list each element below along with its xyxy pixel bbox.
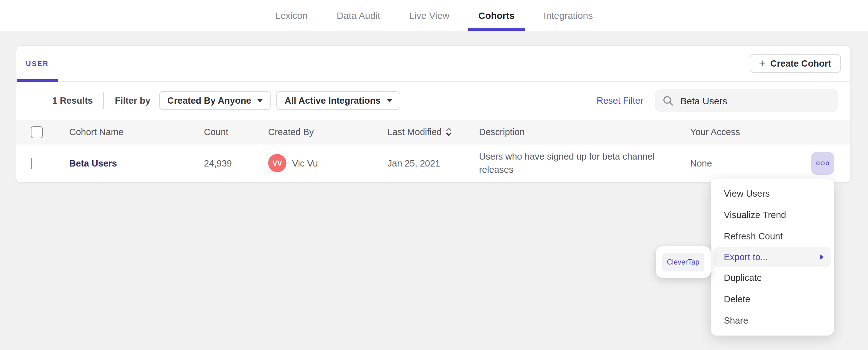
dot-icon: [816, 162, 820, 165]
cohort-name-link[interactable]: Beta Users: [69, 159, 117, 168]
created-by-dropdown-value: Created By Anyone: [167, 96, 251, 106]
panel-tab-bar: USER + Create Cohort: [17, 45, 850, 81]
export-submenu: CleverTap: [656, 246, 711, 277]
dot-icon: [826, 162, 829, 165]
integrations-dropdown-value: All Active Integrations: [284, 96, 380, 106]
cohort-description: Users who have signed up for beta channe…: [479, 150, 690, 176]
last-modified-label: Last Modified: [388, 127, 442, 137]
your-access-value: None: [690, 159, 712, 168]
column-cohort-name[interactable]: Cohort Name: [69, 127, 204, 137]
divider: [103, 92, 104, 109]
menu-item-share[interactable]: Share: [710, 310, 834, 331]
dot-icon: [821, 162, 825, 165]
menu-item-visualize-trend[interactable]: Visualize Trend: [710, 204, 834, 225]
tab-integrations[interactable]: Integrations: [544, 0, 593, 31]
submenu-item-clevertap[interactable]: CleverTap: [662, 252, 704, 271]
table-header: Cohort Name Count Created By Last Modifi…: [17, 120, 850, 144]
created-by-cell: VV Vic Vu: [268, 154, 388, 173]
created-by-name: Vic Vu: [292, 159, 318, 168]
created-by-dropdown[interactable]: Created By Anyone: [159, 91, 271, 110]
column-your-access[interactable]: Your Access: [690, 127, 850, 137]
cohort-count: 24,939: [204, 159, 268, 168]
search-input[interactable]: [679, 95, 831, 106]
row-actions-menu: View Users Visualize Trend Refresh Count…: [710, 178, 834, 335]
tab-lexicon[interactable]: Lexicon: [275, 0, 308, 31]
results-count: 1 Results: [52, 96, 93, 106]
search-box[interactable]: [655, 89, 838, 112]
integrations-dropdown[interactable]: All Active Integrations: [276, 91, 400, 110]
menu-item-export-to[interactable]: Export to...: [714, 247, 831, 267]
filter-toolbar: 1 Results Filter by Created By Anyone Al…: [17, 81, 850, 120]
menu-item-refresh-count[interactable]: Refresh Count: [710, 225, 834, 247]
chevron-down-icon: [257, 99, 262, 102]
avatar: VV: [268, 154, 286, 173]
plus-icon: +: [759, 58, 766, 69]
menu-item-duplicate[interactable]: Duplicate: [710, 267, 834, 288]
submenu-arrow-icon: [820, 254, 824, 259]
column-count[interactable]: Count: [204, 127, 268, 137]
column-created-by[interactable]: Created By: [268, 127, 388, 137]
tab-user[interactable]: USER: [17, 45, 58, 81]
tab-cohorts[interactable]: Cohorts: [478, 0, 515, 31]
sort-icon[interactable]: [446, 128, 452, 136]
last-modified-value: Jan 25, 2021: [388, 159, 479, 168]
search-icon: [663, 95, 674, 106]
select-all-checkbox[interactable]: [31, 126, 42, 138]
chevron-down-icon: [387, 99, 392, 102]
tab-live-view[interactable]: Live View: [409, 0, 450, 31]
top-navigation: Lexicon Data Audit Live View Cohorts Int…: [0, 0, 868, 31]
create-cohort-button[interactable]: + Create Cohort: [750, 54, 841, 73]
column-description[interactable]: Description: [479, 127, 690, 137]
your-access-cell: None: [690, 152, 850, 175]
filter-by-label: Filter by: [115, 96, 150, 106]
cohorts-panel: USER + Create Cohort 1 Results Filter by…: [16, 45, 851, 183]
create-cohort-label: Create Cohort: [770, 59, 831, 69]
export-to-label: Export to...: [724, 252, 768, 262]
row-actions-button[interactable]: [811, 152, 834, 175]
app-window: Lexicon Data Audit Live View Cohorts Int…: [0, 0, 868, 350]
column-last-modified[interactable]: Last Modified: [388, 127, 479, 137]
tab-data-audit[interactable]: Data Audit: [337, 0, 380, 31]
reset-filter-link[interactable]: Reset Filter: [597, 96, 643, 106]
table-row: Beta Users 24,939 VV Vic Vu Jan 25, 2021…: [17, 144, 850, 182]
menu-item-delete[interactable]: Delete: [710, 288, 834, 310]
menu-item-view-users[interactable]: View Users: [710, 182, 834, 204]
row-checkbox[interactable]: [31, 158, 32, 169]
